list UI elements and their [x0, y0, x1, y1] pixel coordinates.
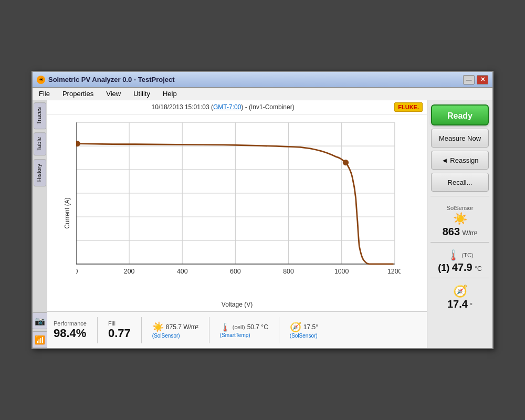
menu-file[interactable]: File [37, 89, 52, 99]
cell-label: (cell) [233, 324, 245, 330]
recall-button[interactable]: Recall... [431, 173, 489, 192]
close-button[interactable]: ✕ [477, 75, 488, 85]
temp-display: (1) 47.9 °C [431, 261, 489, 274]
left-tabs: Traces Table History 📷 📶 [33, 100, 47, 348]
panel-divider-2 [430, 242, 489, 243]
minimize-button[interactable]: — [463, 75, 475, 85]
angle-sensor-value: 17.4 [447, 298, 468, 310]
menu-utility[interactable]: Utility [131, 89, 152, 99]
reassign-button[interactable]: ◄ Reassign [431, 151, 489, 170]
app-icon: ☀ [37, 76, 45, 84]
title-bar-left: ☀ Solmetric PV Analyzer 0.0 - TestProjec… [37, 76, 175, 84]
divider-3 [209, 317, 209, 343]
divider-2 [141, 317, 142, 343]
camera-icon: 📷 [35, 316, 45, 326]
cell-temp-sub: (SmartTemp) [220, 332, 250, 338]
tab-table[interactable]: Table [34, 132, 46, 155]
signal-button[interactable]: 📶 [33, 331, 48, 348]
fluke-badge: FLUKE. [394, 102, 423, 112]
compass-icon: 🧭 [290, 321, 301, 333]
main-content: Traces Table History 📷 📶 10/18/2013 15:0… [33, 100, 492, 348]
thermometer-icon: 🌡️ [220, 322, 230, 332]
signal-icon: 📶 [35, 335, 45, 345]
sun-icon-right: ☀️ [453, 212, 467, 226]
menu-properties[interactable]: Properties [60, 89, 96, 99]
window-title: Solmetric PV Analyzer 0.0 - TestProject [48, 76, 175, 83]
temp-index: (1) [438, 262, 449, 273]
angle-sub: (SolSensor) [290, 333, 318, 339]
chart-title: 10/18/2013 15:01:03 (GMT-7:00) - (Inv1-C… [51, 103, 394, 111]
thermometer-icon-right: 🌡️ [447, 249, 460, 261]
panel-divider-1 [430, 196, 489, 196]
menu-view[interactable]: View [104, 89, 123, 99]
performance-label: Performance [54, 320, 87, 327]
chart-area: 10/18/2013 15:01:03 (GMT-7:00) - (Inv1-C… [47, 100, 427, 348]
irradiance-sub: (SolSensor) [152, 333, 180, 339]
sun-icon: ☀️ [152, 321, 164, 333]
performance-value: 98.4% [54, 327, 86, 340]
stats-bar: Performance 98.4% Fill 0.77 ☀️ 875.7 W/m… [47, 311, 427, 348]
irradiance-inline: ☀️ 875.7 W/m² [152, 321, 198, 333]
angle-stat: 🧭 17.5° (SolSensor) [290, 321, 318, 339]
panel-divider-3 [430, 278, 489, 278]
angle-value: 17.5° [303, 323, 318, 331]
irradiance-row: ☀️ [431, 212, 489, 226]
performance-stat: Performance 98.4% [54, 320, 87, 340]
angle-sensor-unit: ° [470, 302, 472, 309]
svg-text:1200: 1200 [387, 268, 401, 275]
irradiance-sensor-value: 863 [443, 226, 460, 237]
iv-curve-chart: 0.0 5.0 10.0 15.0 20.0 25.0 30.0 0 200 4… [76, 120, 401, 290]
menu-bar: File Properties View Utility Help [33, 88, 492, 100]
bottom-icons: 📷 📶 [33, 312, 48, 348]
svg-text:1000: 1000 [334, 268, 349, 275]
temp-sensor-value: 47.9 [452, 261, 472, 273]
irradiance-stat: ☀️ 875.7 W/m² (SolSensor) [152, 321, 198, 339]
irradiance-display: 863 W/m² [431, 226, 489, 238]
title-bar: ☀ Solmetric PV Analyzer 0.0 - TestProjec… [33, 72, 492, 88]
compass-icon-right: 🧭 [453, 285, 467, 298]
cell-temp-value: 50.7 °C [247, 323, 268, 331]
svg-text:800: 800 [283, 268, 294, 275]
left-arrow-icon: ◄ [441, 156, 448, 164]
angle-display: 17.4 ° [431, 298, 489, 310]
cell-temp-inline: 🌡️ (cell) 50.7 °C [220, 322, 268, 332]
svg-text:400: 400 [177, 268, 188, 275]
angle-section: 🧭 17.4 ° [431, 285, 489, 310]
fill-value: 0.77 [108, 327, 131, 340]
angle-row: 🧭 [431, 285, 489, 298]
measure-now-button[interactable]: Measure Now [431, 129, 489, 148]
irradiance-sensor-unit: W/m² [463, 229, 478, 237]
tab-history[interactable]: History [34, 159, 46, 186]
gmt-link[interactable]: GMT-7:00 [213, 103, 241, 111]
cell-temp-stat: 🌡️ (cell) 50.7 °C (SmartTemp) [220, 322, 268, 338]
menu-help[interactable]: Help [161, 89, 179, 99]
svg-text:200: 200 [124, 268, 135, 275]
svg-text:600: 600 [230, 268, 241, 275]
title-buttons: — ✕ [463, 75, 488, 85]
angle-inline: 🧭 17.5° [290, 321, 318, 333]
svg-point-31 [343, 160, 349, 165]
irradiance-value: 875.7 W/m² [166, 323, 198, 331]
temp-sensor-unit: °C [475, 265, 481, 272]
tab-traces[interactable]: Traces [34, 102, 46, 129]
chart-container: Current (A) Voltage (V) [47, 114, 427, 311]
divider-1 [97, 317, 98, 343]
svg-text:0: 0 [76, 268, 78, 275]
tc-label: (TC) [462, 252, 474, 258]
x-axis-label: Voltage (V) [222, 301, 253, 308]
right-panel: Ready Measure Now ◄ Reassign Recall... S… [427, 100, 492, 348]
main-window: ☀ Solmetric PV Analyzer 0.0 - TestProjec… [32, 71, 494, 349]
fill-stat: Fill 0.77 [108, 320, 131, 340]
temp-row: 🌡️ (TC) [431, 249, 489, 261]
chart-header: 10/18/2013 15:01:03 (GMT-7:00) - (Inv1-C… [47, 100, 427, 114]
divider-4 [279, 317, 279, 343]
solsensor-section: SolSensor ☀️ 863 W/m² [431, 203, 489, 238]
fill-label: Fill [108, 320, 116, 327]
solsensor-label: SolSensor [447, 205, 474, 211]
temp-section: 🌡️ (TC) (1) 47.9 °C [431, 249, 489, 274]
camera-button[interactable]: 📷 [33, 312, 48, 329]
y-axis-label: Current (A) [64, 197, 71, 228]
ready-button[interactable]: Ready [431, 104, 489, 125]
